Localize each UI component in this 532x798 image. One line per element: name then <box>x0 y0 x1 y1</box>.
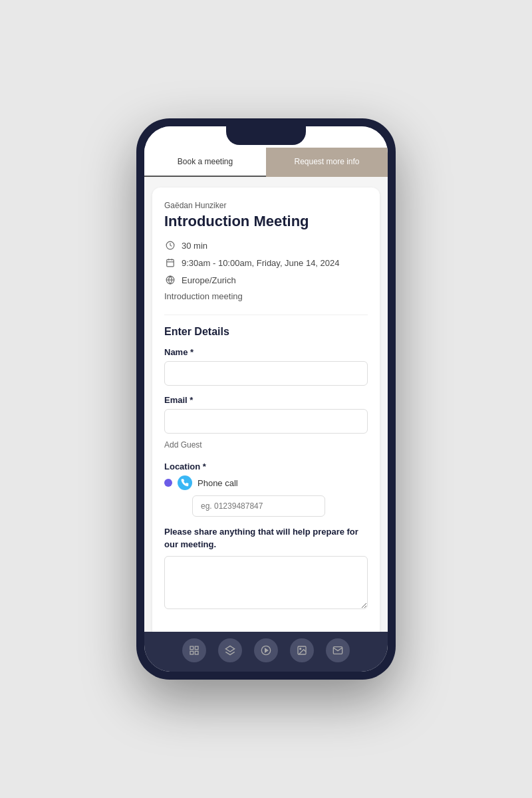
globe-icon <box>164 274 176 286</box>
clock-icon <box>164 239 176 251</box>
location-label: Location * <box>164 462 368 471</box>
notes-label: Please share anything that will help pre… <box>164 526 368 550</box>
tab-book-meeting[interactable]: Book a meeting <box>144 148 266 177</box>
timezone-row: Europe/Zurich <box>164 274 368 286</box>
phone-frame: Book a meeting Request more info Gaëdan … <box>136 118 396 680</box>
svg-point-15 <box>300 648 301 650</box>
organizer-name: Gaëdan Hunziker <box>164 201 368 210</box>
nav-grid-button[interactable] <box>182 638 206 662</box>
location-option-row: Phone call <box>164 475 368 490</box>
notes-field-group: Please share anything that will help pre… <box>164 526 368 611</box>
nav-play-button[interactable] <box>254 638 278 662</box>
email-input[interactable] <box>164 409 368 434</box>
svg-marker-11 <box>225 646 234 652</box>
bottom-navigation <box>144 632 388 672</box>
notes-textarea[interactable] <box>164 556 368 609</box>
location-option-label: Phone call <box>198 478 238 488</box>
divider <box>164 315 368 315</box>
nav-mail-button[interactable] <box>326 638 350 662</box>
screen-content: Book a meeting Request more info Gaëdan … <box>144 126 388 632</box>
nav-layers-button[interactable] <box>218 638 242 662</box>
tab-request-info[interactable]: Request more info <box>266 148 388 177</box>
svg-marker-13 <box>265 648 268 652</box>
meeting-title: Introduction Meeting <box>164 213 368 230</box>
phone-call-icon <box>178 475 192 490</box>
duration-text: 30 min <box>182 241 207 251</box>
radio-selected[interactable] <box>164 479 172 487</box>
email-field-group: Email * Add Guest <box>164 395 368 452</box>
datetime-text: 9:30am - 10:00am, Friday, June 14, 2024 <box>182 258 340 268</box>
add-guest-button[interactable]: Add Guest <box>164 438 202 452</box>
meeting-card: Gaëdan Hunziker Introduction Meeting 30 … <box>152 188 380 632</box>
calendar-icon <box>164 257 176 269</box>
nav-image-button[interactable] <box>290 638 314 662</box>
timezone-text: Europe/Zurich <box>182 275 236 285</box>
svg-rect-10 <box>190 651 194 654</box>
name-field-group: Name * <box>164 347 368 386</box>
svg-rect-9 <box>195 651 198 654</box>
duration-row: 30 min <box>164 239 368 251</box>
name-label: Name * <box>164 347 368 357</box>
phone-screen: Book a meeting Request more info Gaëdan … <box>144 126 388 672</box>
form-section-title: Enter Details <box>164 326 368 338</box>
svg-rect-7 <box>190 646 194 650</box>
name-input[interactable] <box>164 361 368 386</box>
svg-rect-1 <box>167 260 174 267</box>
email-label: Email * <box>164 395 368 405</box>
datetime-row: 9:30am - 10:00am, Friday, June 14, 2024 <box>164 257 368 269</box>
svg-rect-8 <box>195 646 198 650</box>
notch <box>226 126 306 145</box>
phone-number-input[interactable] <box>192 495 325 517</box>
location-section: Location * Phone call <box>164 462 368 517</box>
meeting-description: Introduction meeting <box>164 291 368 301</box>
